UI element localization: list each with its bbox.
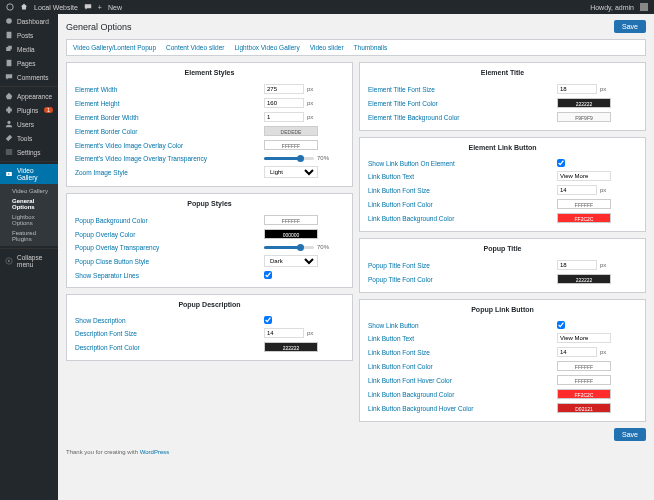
title-size-input[interactable]	[557, 84, 597, 94]
sub-general-options[interactable]: General Options	[0, 196, 58, 212]
wordpress-link[interactable]: WordPress	[140, 449, 170, 455]
collapse-menu[interactable]: Collapse menu	[0, 251, 58, 271]
lbl: Description Font Color	[75, 344, 264, 351]
lbl: Element Border Width	[75, 114, 264, 121]
panel-title: Popup Link Button	[368, 306, 637, 313]
menu-media[interactable]: Media	[0, 42, 58, 56]
show-desc-checkbox[interactable]	[264, 316, 272, 324]
desc-color-swatch[interactable]: 222222	[264, 342, 318, 352]
menu-label: Posts	[17, 32, 33, 39]
popup-bg-swatch[interactable]: FFFFFF	[264, 215, 318, 225]
svg-rect-3	[7, 60, 12, 66]
overlay-trans-slider[interactable]	[264, 157, 314, 160]
link-size-input[interactable]	[557, 185, 597, 195]
tab-1[interactable]: Content Video slider	[166, 44, 224, 51]
panel-title: Element Styles	[75, 69, 344, 76]
link-color-swatch[interactable]: FFFFFF	[557, 199, 611, 209]
sub-video-gallery[interactable]: Video Gallery	[0, 186, 58, 196]
lbl: Show Description	[75, 317, 264, 324]
element-height-input[interactable]	[264, 98, 304, 108]
sub-lightbox[interactable]: Lightbox Options	[0, 212, 58, 228]
panel-element-styles: Element Styles Element Widthpx Element H…	[66, 62, 353, 187]
ptitle-color-swatch[interactable]: 222222	[557, 274, 611, 284]
svg-rect-7	[6, 154, 12, 155]
admin-sidebar: Dashboard Posts Media Pages Comments App…	[0, 14, 58, 500]
site-name[interactable]: Local Website	[34, 4, 78, 11]
lbl: Link Button Text	[368, 173, 557, 180]
new-link[interactable]: New	[108, 4, 122, 11]
menu-pages[interactable]: Pages	[0, 56, 58, 70]
menu-label: Plugins	[17, 107, 38, 114]
plink-size-input[interactable]	[557, 347, 597, 357]
tab-0[interactable]: Video Gallery/Lontent Popup	[73, 44, 156, 51]
plus-icon[interactable]: +	[98, 4, 102, 11]
zoom-select[interactable]: Light	[264, 166, 318, 178]
lbl: Zoom Image Style	[75, 169, 264, 176]
tab-4[interactable]: Thumbnails	[354, 44, 388, 51]
plink-bg-swatch[interactable]: FF2C2C	[557, 389, 611, 399]
panel-title: Popup Description	[75, 301, 344, 308]
home-icon[interactable]	[20, 3, 28, 12]
lbl: Element's Video Image Overlay Transparen…	[75, 155, 264, 162]
wp-logo-icon[interactable]	[6, 3, 14, 12]
comments-icon[interactable]	[84, 3, 92, 12]
lbl: Link Button Font Size	[368, 349, 557, 356]
menu-comments[interactable]: Comments	[0, 70, 58, 84]
menu-appearance[interactable]: Appearance	[0, 89, 58, 103]
lbl: Link Button Background Hover Color	[368, 405, 557, 412]
lbl: Popup Overlay Color	[75, 231, 264, 238]
unit: px	[307, 100, 313, 106]
separator-checkbox[interactable]	[264, 271, 272, 279]
link-bg-swatch[interactable]: FF2C2C	[557, 213, 611, 223]
lbl: Link Button Font Color	[368, 201, 557, 208]
menu-dashboard[interactable]: Dashboard	[0, 14, 58, 28]
plink-show-checkbox[interactable]	[557, 321, 565, 329]
menu-label: Media	[17, 46, 35, 53]
menu-settings[interactable]: Settings	[0, 145, 58, 159]
tab-2[interactable]: Lightbox Video Gallery	[234, 44, 299, 51]
save-button-top[interactable]: Save	[614, 20, 646, 33]
popup-trans-slider[interactable]	[264, 246, 314, 249]
lbl: Show Link Button	[368, 322, 557, 329]
lbl: Popup Close Button Style	[75, 258, 264, 265]
footer-note: Thank you for creating with WordPress	[66, 449, 169, 455]
save-button-bottom[interactable]: Save	[614, 428, 646, 441]
title-color-swatch[interactable]: 222222	[557, 98, 611, 108]
overlay-color-swatch[interactable]: FFFFFF	[264, 140, 318, 150]
link-text-input[interactable]	[557, 171, 611, 181]
sub-featured[interactable]: Featured Plugins	[0, 228, 58, 244]
element-width-input[interactable]	[264, 84, 304, 94]
desc-size-input[interactable]	[264, 328, 304, 338]
title-bg-swatch[interactable]: F9F9F9	[557, 112, 611, 122]
menu-label: Comments	[17, 74, 48, 81]
lbl: Element Title Font Size	[368, 86, 557, 93]
lbl: Show Separator Lines	[75, 272, 264, 279]
plink-text-input[interactable]	[557, 333, 611, 343]
menu-posts[interactable]: Posts	[0, 28, 58, 42]
ptitle-size-input[interactable]	[557, 260, 597, 270]
tab-3[interactable]: Video slider	[310, 44, 344, 51]
popup-overlay-swatch[interactable]: 000000	[264, 229, 318, 239]
plink-hcolor-swatch[interactable]: FFFFFF	[557, 375, 611, 385]
slider-value: 70%	[317, 155, 329, 161]
panel-popup-styles: Popup Styles Popup Background ColorFFFFF…	[66, 193, 353, 288]
menu-tools[interactable]: Tools	[0, 131, 58, 145]
show-link-checkbox[interactable]	[557, 159, 565, 167]
panel-title: Popup Title	[368, 245, 637, 252]
lbl: Element Title Background Color	[368, 114, 557, 121]
lbl: Popup Title Font Color	[368, 276, 557, 283]
lbl: Link Button Background Color	[368, 391, 557, 398]
menu-plugins[interactable]: Plugins1	[0, 103, 58, 117]
close-style-select[interactable]: Dark	[264, 255, 318, 267]
border-width-input[interactable]	[264, 112, 304, 122]
plink-color-swatch[interactable]: FFFFFF	[557, 361, 611, 371]
avatar-icon[interactable]	[640, 3, 648, 12]
menu-users[interactable]: Users	[0, 117, 58, 131]
plink-hbg-swatch[interactable]: D02121	[557, 403, 611, 413]
panel-popup-title: Popup Title Popup Title Font Sizepx Popu…	[359, 238, 646, 293]
border-color-swatch[interactable]: DEDEDE	[264, 126, 318, 136]
menu-video-gallery[interactable]: Video Gallery	[0, 164, 58, 184]
howdy-text[interactable]: Howdy, admin	[590, 4, 634, 11]
panel-popup-desc: Popup Description Show Description Descr…	[66, 294, 353, 361]
unit: px	[600, 262, 606, 268]
